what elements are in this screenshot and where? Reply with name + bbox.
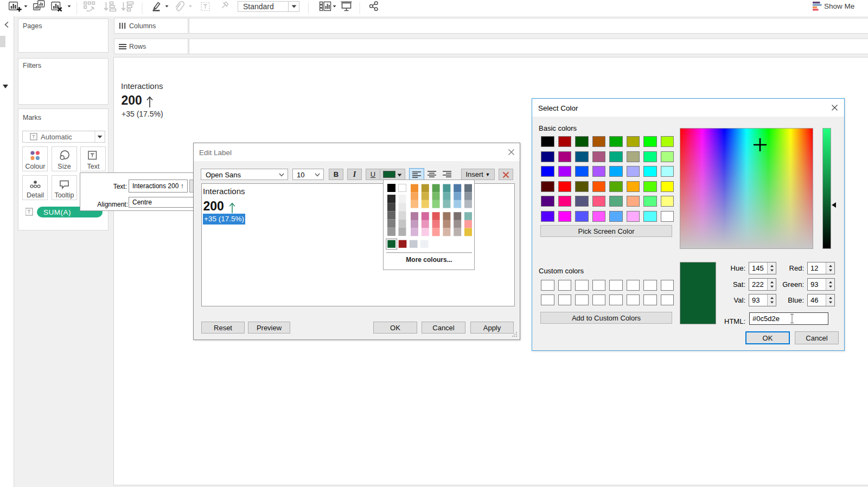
svg-text:Detail: Detail bbox=[27, 191, 44, 199]
svg-text:Colour: Colour bbox=[25, 163, 46, 170]
svg-text:SUM(A): SUM(A) bbox=[43, 208, 71, 216]
svg-text:Show Me: Show Me bbox=[824, 2, 854, 10]
svg-text:Text: Text bbox=[87, 163, 100, 170]
svg-text:Standard: Standard bbox=[243, 2, 274, 11]
svg-text:More colours...: More colours... bbox=[406, 256, 452, 264]
svg-text:Automatic: Automatic bbox=[41, 133, 72, 141]
svg-text:Tooltip: Tooltip bbox=[54, 191, 74, 199]
svg-text:Size: Size bbox=[58, 163, 71, 170]
